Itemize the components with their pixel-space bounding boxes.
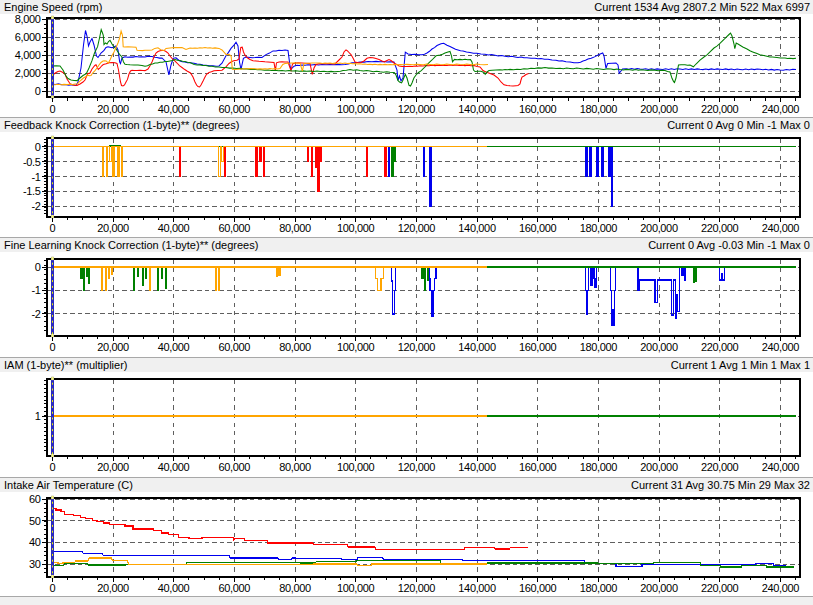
svg-text:140,000: 140,000 [458, 461, 496, 473]
svg-text:240,000: 240,000 [762, 461, 800, 473]
svg-text:Current 0 Avg 0 Min -1 Max 0: Current 0 Avg 0 Min -1 Max 0 [667, 119, 810, 131]
svg-text:0: 0 [49, 341, 55, 353]
svg-text:60,000: 60,000 [219, 582, 251, 594]
svg-text:20,000: 20,000 [97, 222, 129, 234]
svg-text:Fine Learning Knock Correction: Fine Learning Knock Correction (1-byte)*… [4, 239, 258, 251]
svg-text:30: 30 [29, 558, 41, 570]
svg-text:40,000: 40,000 [158, 461, 190, 473]
svg-text:-0.5: -0.5 [23, 156, 41, 168]
svg-text:50: 50 [29, 515, 41, 527]
svg-text:-1.5: -1.5 [23, 185, 41, 197]
svg-text:180,000: 180,000 [580, 582, 618, 594]
svg-text:Current 0 Avg -0.03 Min -1 Max: Current 0 Avg -0.03 Min -1 Max 0 [648, 239, 810, 251]
svg-text:20,000: 20,000 [97, 461, 129, 473]
svg-text:20,000: 20,000 [97, 341, 129, 353]
svg-text:Engine Speed (rpm): Engine Speed (rpm) [4, 1, 102, 13]
svg-text:80,000: 80,000 [279, 222, 311, 234]
svg-text:200,000: 200,000 [640, 461, 678, 473]
svg-text:220,000: 220,000 [701, 103, 739, 115]
svg-text:120,000: 120,000 [398, 582, 436, 594]
svg-text:160,000: 160,000 [519, 103, 557, 115]
svg-text:-2: -2 [31, 200, 40, 212]
svg-text:60,000: 60,000 [219, 461, 251, 473]
svg-text:60: 60 [29, 493, 41, 505]
svg-text:120,000: 120,000 [398, 222, 436, 234]
svg-text:180,000: 180,000 [580, 103, 618, 115]
svg-text:100,000: 100,000 [337, 103, 375, 115]
svg-text:8,000: 8,000 [15, 13, 41, 25]
svg-text:160,000: 160,000 [519, 582, 557, 594]
svg-text:120,000: 120,000 [398, 341, 436, 353]
svg-text:60,000: 60,000 [219, 341, 251, 353]
svg-text:Current 31 Avg 30.75 Min 29 Ma: Current 31 Avg 30.75 Min 29 Max 32 [631, 479, 810, 491]
svg-text:40,000: 40,000 [158, 582, 190, 594]
svg-text:220,000: 220,000 [701, 341, 739, 353]
svg-text:80,000: 80,000 [279, 341, 311, 353]
svg-text:140,000: 140,000 [458, 103, 496, 115]
svg-text:IAM (1-byte)** (multiplier): IAM (1-byte)** (multiplier) [4, 359, 127, 371]
svg-text:140,000: 140,000 [458, 222, 496, 234]
svg-text:-2: -2 [31, 308, 40, 320]
svg-text:80,000: 80,000 [279, 582, 311, 594]
svg-text:220,000: 220,000 [701, 222, 739, 234]
svg-text:Current 1534 Avg 2807.2 Min 52: Current 1534 Avg 2807.2 Min 522 Max 6997 [594, 1, 810, 13]
svg-text:120,000: 120,000 [398, 461, 436, 473]
svg-text:0: 0 [49, 582, 55, 594]
svg-text:4,000: 4,000 [15, 49, 41, 61]
svg-text:220,000: 220,000 [701, 582, 739, 594]
svg-text:Intake Air Temperature (C): Intake Air Temperature (C) [4, 479, 133, 491]
svg-text:-1: -1 [31, 284, 40, 296]
svg-text:0: 0 [49, 461, 55, 473]
svg-text:140,000: 140,000 [458, 341, 496, 353]
svg-text:40,000: 40,000 [158, 341, 190, 353]
svg-text:200,000: 200,000 [640, 222, 678, 234]
svg-text:20,000: 20,000 [97, 103, 129, 115]
svg-text:0: 0 [35, 85, 41, 97]
svg-text:240,000: 240,000 [762, 582, 800, 594]
svg-text:0: 0 [35, 261, 41, 273]
svg-text:180,000: 180,000 [580, 222, 618, 234]
svg-text:40,000: 40,000 [158, 103, 190, 115]
svg-text:120,000: 120,000 [398, 103, 436, 115]
svg-text:40,000: 40,000 [158, 222, 190, 234]
svg-text:100,000: 100,000 [337, 461, 375, 473]
svg-text:1: 1 [35, 410, 41, 422]
svg-text:140,000: 140,000 [458, 582, 496, 594]
svg-text:60,000: 60,000 [219, 222, 251, 234]
svg-text:200,000: 200,000 [640, 582, 678, 594]
svg-text:200,000: 200,000 [640, 341, 678, 353]
svg-text:160,000: 160,000 [519, 222, 557, 234]
svg-text:240,000: 240,000 [762, 341, 800, 353]
svg-text:-1: -1 [31, 171, 40, 183]
svg-text:40: 40 [29, 536, 41, 548]
svg-text:220,000: 220,000 [701, 461, 739, 473]
svg-text:180,000: 180,000 [580, 461, 618, 473]
svg-text:160,000: 160,000 [519, 341, 557, 353]
svg-text:60,000: 60,000 [219, 103, 251, 115]
svg-text:240,000: 240,000 [762, 103, 800, 115]
svg-text:0: 0 [49, 103, 55, 115]
svg-text:2,000: 2,000 [15, 67, 41, 79]
svg-text:Current 1 Avg 1 Min 1 Max 1: Current 1 Avg 1 Min 1 Max 1 [671, 359, 810, 371]
svg-text:80,000: 80,000 [279, 103, 311, 115]
svg-text:0: 0 [49, 222, 55, 234]
svg-text:20,000: 20,000 [97, 582, 129, 594]
svg-text:180,000: 180,000 [580, 341, 618, 353]
svg-text:100,000: 100,000 [337, 341, 375, 353]
svg-text:Feedback Knock Correction (1-b: Feedback Knock Correction (1-byte)** (de… [4, 119, 239, 131]
svg-text:240,000: 240,000 [762, 222, 800, 234]
svg-text:100,000: 100,000 [337, 582, 375, 594]
svg-text:200,000: 200,000 [640, 103, 678, 115]
svg-text:80,000: 80,000 [279, 461, 311, 473]
svg-text:0: 0 [35, 141, 41, 153]
svg-text:6,000: 6,000 [15, 31, 41, 43]
svg-text:160,000: 160,000 [519, 461, 557, 473]
svg-text:100,000: 100,000 [337, 222, 375, 234]
